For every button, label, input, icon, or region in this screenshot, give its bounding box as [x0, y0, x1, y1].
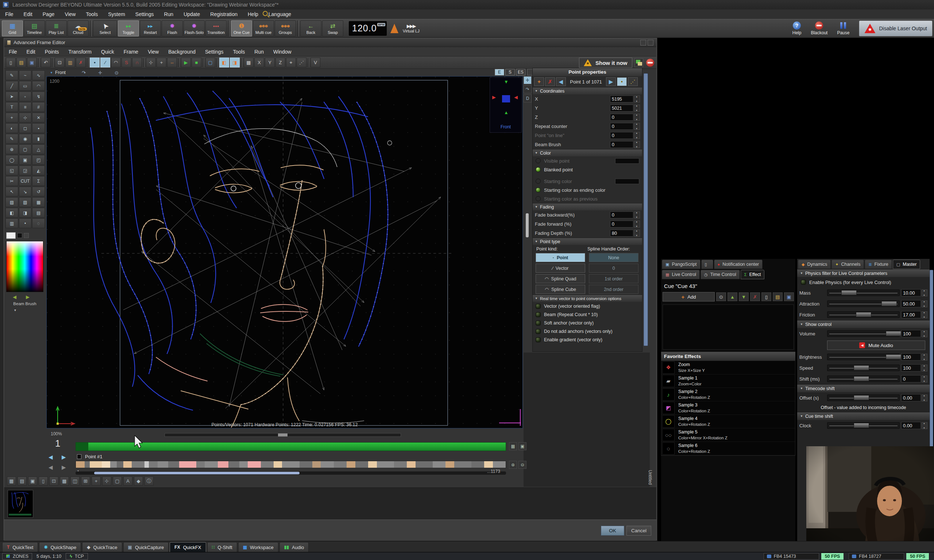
flash-solo-button[interactable]: ✹ Flash-Solo — [183, 20, 205, 37]
tool-button[interactable]: CUT — [19, 176, 32, 186]
favorite-effect-item[interactable]: ◌◌ Sample 5 Color+Mirror X+Rotation Z — [661, 428, 795, 442]
point-mode-icon[interactable]: ▪ — [90, 58, 100, 68]
disable-laser-output-button[interactable]: Disable Laser Output — [859, 20, 932, 37]
tool-button[interactable]: ▣ — [19, 155, 32, 165]
slider-track[interactable] — [827, 330, 900, 337]
fx-grid-icon[interactable]: ▩ — [244, 58, 254, 68]
cancel-button[interactable]: Cancel — [626, 526, 651, 535]
new-effect-icon[interactable]: ▯ — [761, 292, 771, 301]
menu-search-icon[interactable] — [263, 11, 268, 16]
tool-button[interactable]: △ — [32, 145, 45, 154]
value-field[interactable]: 5195 — [610, 95, 633, 102]
text-tool-icon[interactable]: A — [123, 477, 133, 486]
edit-mode-button[interactable]: E — [495, 69, 504, 75]
slider-handle[interactable] — [854, 423, 869, 428]
select-button[interactable]: ➤ Select — [93, 20, 117, 37]
new-frame-icon[interactable]: ▯ — [6, 58, 16, 68]
app-menu-item[interactable]: Help — [243, 9, 264, 19]
play-icon[interactable]: ▶ — [181, 58, 191, 68]
delete-effect-icon[interactable]: ✗ — [750, 292, 760, 301]
point-kind-button[interactable]: ·Point — [536, 253, 585, 262]
show-it-now-button[interactable]: Show it now — [579, 58, 632, 68]
prev-point-icon[interactable]: ◀ — [49, 464, 53, 471]
spline-order-button[interactable]: 0 — [589, 264, 638, 273]
swap-button[interactable]: ⇄ Swap — [322, 20, 343, 37]
tool-button[interactable]: ◉ — [19, 134, 32, 144]
transition-button[interactable]: ●●● Transition — [205, 20, 227, 37]
color-option-row[interactable]: Starting color as ending color — [533, 186, 642, 194]
paste-icon[interactable]: ▥ — [65, 58, 75, 68]
panel-left-icon[interactable]: ◧ — [219, 58, 229, 68]
tool-button[interactable]: ◐ — [5, 123, 18, 133]
timeline-option-icon[interactable]: ▦ — [509, 442, 517, 450]
magnet-icon[interactable]: ∩ — [132, 58, 142, 68]
slider-value[interactable]: 0.00 — [901, 422, 921, 429]
slider-value[interactable]: 0.00 — [901, 394, 921, 402]
tool-button[interactable]: ◻ — [19, 123, 32, 133]
add-effect-button[interactable]: + Add — [663, 292, 715, 302]
app-menu-item[interactable]: Run — [159, 9, 179, 19]
add-point-icon[interactable]: ⊹ — [146, 58, 156, 68]
spinner[interactable] — [922, 365, 928, 372]
point-kind-button[interactable]: ∕Vector — [536, 264, 585, 273]
value-field[interactable]: 0 — [610, 123, 633, 130]
editor-menu-item[interactable]: Edit — [22, 47, 40, 56]
brush-prev-icon[interactable]: ◀ — [13, 294, 16, 300]
app-menu-item[interactable]: File — [0, 9, 18, 19]
tab-qshift[interactable]: ∷ Q-Shift — [207, 542, 237, 552]
tool-button[interactable]: ↖ — [5, 187, 18, 197]
shape-icon[interactable]: ▢ — [113, 477, 122, 486]
fading-section-header[interactable]: Fading — [533, 203, 642, 210]
slider-value[interactable]: 50.00 — [901, 300, 921, 307]
color-option-row[interactable]: Starting color as previous — [533, 194, 642, 203]
tool-button[interactable]: ◭ — [32, 166, 45, 175]
app-menu-item[interactable]: Edit — [18, 9, 38, 19]
app-menu-item[interactable]: Settings — [130, 9, 159, 19]
spinner[interactable] — [634, 141, 640, 148]
depth-button[interactable]: D — [524, 94, 532, 102]
slider-handle[interactable] — [856, 312, 871, 317]
stretch-icon[interactable]: ⇔ — [167, 58, 177, 68]
editor-menu-item[interactable]: Frame — [119, 47, 143, 56]
value-field[interactable]: 0 — [610, 114, 633, 121]
slider-handle[interactable] — [854, 365, 869, 371]
tool-button[interactable]: ◠ — [32, 81, 45, 91]
tool-button[interactable]: ∿ — [32, 70, 45, 80]
spinner[interactable] — [634, 132, 640, 139]
color-section-header[interactable]: Color — [533, 149, 642, 156]
play-list-button[interactable]: ≣ Play List — [46, 20, 67, 37]
app-menu-item[interactable]: Update — [179, 9, 205, 19]
move-frame-icon[interactable]: + — [92, 477, 101, 486]
tab-channels[interactable]: ✦ Channels — [831, 260, 864, 269]
color-palette[interactable] — [6, 241, 43, 292]
delete-point-button[interactable]: ✗ — [545, 77, 555, 86]
tab-audio[interactable]: ▮▮ Audio — [279, 542, 309, 552]
slider-track[interactable] — [827, 311, 900, 318]
copy-icon[interactable]: ⊡ — [55, 58, 65, 68]
tab-quicktrace[interactable]: ◆ QuickTrace — [82, 542, 122, 552]
tab-quickshape[interactable]: ❋ QuickShape — [39, 542, 81, 552]
move-down-icon[interactable]: ▼ — [739, 292, 749, 301]
color-option-row[interactable]: Visible point — [533, 156, 642, 165]
editor-menu-item[interactable]: Settings — [200, 47, 228, 56]
grid-snap-icon[interactable]: ▦ — [7, 477, 16, 486]
tool-button[interactable]: ◲ — [19, 166, 32, 175]
slider-value[interactable]: 100 — [901, 353, 921, 361]
tool-button[interactable]: ≡ — [19, 102, 32, 112]
tool-button[interactable]: ◰ — [32, 155, 45, 165]
open-icon[interactable]: ▤ — [17, 477, 27, 486]
zoom-out-icon[interactable]: ⊖ — [518, 461, 527, 469]
favorite-effect-item[interactable]: ♪ Sample 2 Color+Rotation Z — [661, 388, 795, 402]
slider-track[interactable] — [827, 300, 900, 307]
undo-icon[interactable]: ↶ — [41, 58, 51, 68]
save-icon[interactable]: ▣ — [28, 477, 37, 486]
slider-value[interactable]: 0 — [901, 375, 921, 382]
monitor-icon[interactable]: ▢ — [205, 58, 215, 68]
lock-z-icon[interactable]: Z — [276, 58, 285, 68]
edit-mode-button[interactable]: ES — [516, 69, 526, 75]
toggle-button[interactable]: ▶■ Toggle — [118, 20, 139, 37]
tool-button[interactable]: ↺ — [32, 187, 45, 197]
value-field[interactable]: 80 — [610, 230, 633, 237]
spinner[interactable] — [634, 230, 640, 237]
point-type-section-header[interactable]: Point type — [533, 238, 642, 245]
